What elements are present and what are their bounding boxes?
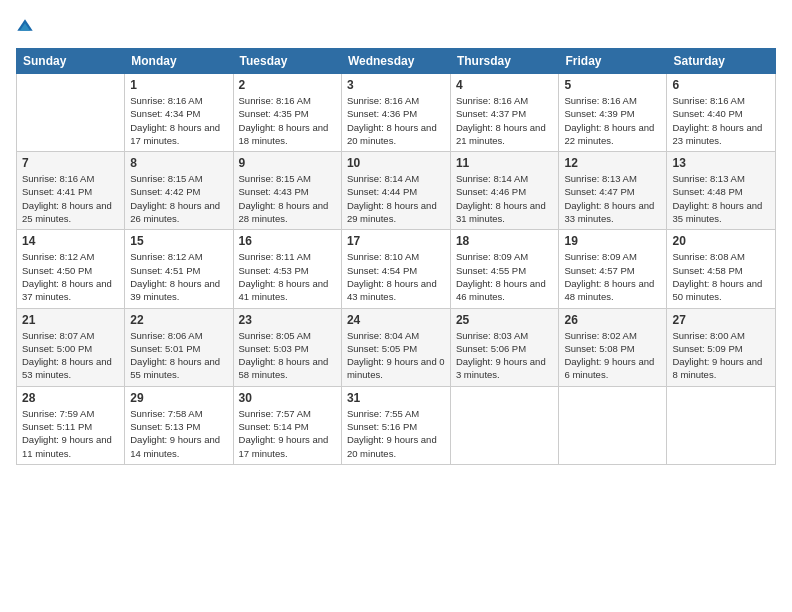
column-header-saturday: Saturday bbox=[667, 49, 776, 74]
calendar-cell bbox=[17, 74, 125, 152]
calendar-cell: 25Sunrise: 8:03 AMSunset: 5:06 PMDayligh… bbox=[450, 308, 559, 386]
day-info: Sunrise: 8:11 AMSunset: 4:53 PMDaylight:… bbox=[239, 250, 336, 303]
day-info: Sunrise: 8:16 AMSunset: 4:39 PMDaylight:… bbox=[564, 94, 661, 147]
day-info: Sunrise: 8:15 AMSunset: 4:43 PMDaylight:… bbox=[239, 172, 336, 225]
day-number: 20 bbox=[672, 234, 770, 248]
day-number: 28 bbox=[22, 391, 119, 405]
calendar-cell: 26Sunrise: 8:02 AMSunset: 5:08 PMDayligh… bbox=[559, 308, 667, 386]
calendar-cell: 22Sunrise: 8:06 AMSunset: 5:01 PMDayligh… bbox=[125, 308, 233, 386]
day-info: Sunrise: 7:55 AMSunset: 5:16 PMDaylight:… bbox=[347, 407, 445, 460]
day-number: 25 bbox=[456, 313, 554, 327]
column-header-wednesday: Wednesday bbox=[341, 49, 450, 74]
day-info: Sunrise: 8:14 AMSunset: 4:46 PMDaylight:… bbox=[456, 172, 554, 225]
calendar-cell: 2Sunrise: 8:16 AMSunset: 4:35 PMDaylight… bbox=[233, 74, 341, 152]
day-info: Sunrise: 8:16 AMSunset: 4:35 PMDaylight:… bbox=[239, 94, 336, 147]
calendar-cell: 6Sunrise: 8:16 AMSunset: 4:40 PMDaylight… bbox=[667, 74, 776, 152]
logo bbox=[16, 16, 38, 38]
day-info: Sunrise: 8:16 AMSunset: 4:41 PMDaylight:… bbox=[22, 172, 119, 225]
column-header-thursday: Thursday bbox=[450, 49, 559, 74]
day-info: Sunrise: 8:00 AMSunset: 5:09 PMDaylight:… bbox=[672, 329, 770, 382]
calendar-week-row: 21Sunrise: 8:07 AMSunset: 5:00 PMDayligh… bbox=[17, 308, 776, 386]
day-info: Sunrise: 8:05 AMSunset: 5:03 PMDaylight:… bbox=[239, 329, 336, 382]
calendar-cell: 1Sunrise: 8:16 AMSunset: 4:34 PMDaylight… bbox=[125, 74, 233, 152]
day-number: 8 bbox=[130, 156, 227, 170]
day-number: 15 bbox=[130, 234, 227, 248]
day-number: 27 bbox=[672, 313, 770, 327]
day-info: Sunrise: 8:13 AMSunset: 4:48 PMDaylight:… bbox=[672, 172, 770, 225]
header bbox=[16, 16, 776, 38]
day-info: Sunrise: 8:16 AMSunset: 4:37 PMDaylight:… bbox=[456, 94, 554, 147]
day-info: Sunrise: 8:08 AMSunset: 4:58 PMDaylight:… bbox=[672, 250, 770, 303]
day-info: Sunrise: 8:10 AMSunset: 4:54 PMDaylight:… bbox=[347, 250, 445, 303]
day-number: 18 bbox=[456, 234, 554, 248]
calendar-cell: 12Sunrise: 8:13 AMSunset: 4:47 PMDayligh… bbox=[559, 152, 667, 230]
day-number: 12 bbox=[564, 156, 661, 170]
day-number: 26 bbox=[564, 313, 661, 327]
day-info: Sunrise: 8:09 AMSunset: 4:57 PMDaylight:… bbox=[564, 250, 661, 303]
day-info: Sunrise: 8:15 AMSunset: 4:42 PMDaylight:… bbox=[130, 172, 227, 225]
day-number: 31 bbox=[347, 391, 445, 405]
calendar-cell: 10Sunrise: 8:14 AMSunset: 4:44 PMDayligh… bbox=[341, 152, 450, 230]
column-header-tuesday: Tuesday bbox=[233, 49, 341, 74]
day-info: Sunrise: 8:02 AMSunset: 5:08 PMDaylight:… bbox=[564, 329, 661, 382]
calendar-cell: 16Sunrise: 8:11 AMSunset: 4:53 PMDayligh… bbox=[233, 230, 341, 308]
calendar-week-row: 28Sunrise: 7:59 AMSunset: 5:11 PMDayligh… bbox=[17, 386, 776, 464]
calendar-week-row: 1Sunrise: 8:16 AMSunset: 4:34 PMDaylight… bbox=[17, 74, 776, 152]
day-number: 13 bbox=[672, 156, 770, 170]
calendar-cell: 8Sunrise: 8:15 AMSunset: 4:42 PMDaylight… bbox=[125, 152, 233, 230]
day-number: 30 bbox=[239, 391, 336, 405]
day-info: Sunrise: 8:16 AMSunset: 4:34 PMDaylight:… bbox=[130, 94, 227, 147]
calendar-cell: 15Sunrise: 8:12 AMSunset: 4:51 PMDayligh… bbox=[125, 230, 233, 308]
calendar-cell: 23Sunrise: 8:05 AMSunset: 5:03 PMDayligh… bbox=[233, 308, 341, 386]
column-header-monday: Monday bbox=[125, 49, 233, 74]
day-number: 29 bbox=[130, 391, 227, 405]
calendar-cell: 28Sunrise: 7:59 AMSunset: 5:11 PMDayligh… bbox=[17, 386, 125, 464]
day-number: 9 bbox=[239, 156, 336, 170]
calendar-cell: 7Sunrise: 8:16 AMSunset: 4:41 PMDaylight… bbox=[17, 152, 125, 230]
day-info: Sunrise: 8:06 AMSunset: 5:01 PMDaylight:… bbox=[130, 329, 227, 382]
day-number: 1 bbox=[130, 78, 227, 92]
day-info: Sunrise: 8:16 AMSunset: 4:36 PMDaylight:… bbox=[347, 94, 445, 147]
calendar-cell: 3Sunrise: 8:16 AMSunset: 4:36 PMDaylight… bbox=[341, 74, 450, 152]
day-info: Sunrise: 8:04 AMSunset: 5:05 PMDaylight:… bbox=[347, 329, 445, 382]
column-header-friday: Friday bbox=[559, 49, 667, 74]
day-number: 16 bbox=[239, 234, 336, 248]
day-info: Sunrise: 8:12 AMSunset: 4:51 PMDaylight:… bbox=[130, 250, 227, 303]
day-number: 3 bbox=[347, 78, 445, 92]
calendar-cell: 27Sunrise: 8:00 AMSunset: 5:09 PMDayligh… bbox=[667, 308, 776, 386]
calendar-week-row: 14Sunrise: 8:12 AMSunset: 4:50 PMDayligh… bbox=[17, 230, 776, 308]
calendar-table: SundayMondayTuesdayWednesdayThursdayFrid… bbox=[16, 48, 776, 465]
calendar-cell: 20Sunrise: 8:08 AMSunset: 4:58 PMDayligh… bbox=[667, 230, 776, 308]
day-info: Sunrise: 7:58 AMSunset: 5:13 PMDaylight:… bbox=[130, 407, 227, 460]
day-number: 10 bbox=[347, 156, 445, 170]
day-number: 21 bbox=[22, 313, 119, 327]
calendar-cell: 21Sunrise: 8:07 AMSunset: 5:00 PMDayligh… bbox=[17, 308, 125, 386]
day-number: 14 bbox=[22, 234, 119, 248]
day-info: Sunrise: 8:07 AMSunset: 5:00 PMDaylight:… bbox=[22, 329, 119, 382]
calendar-cell: 29Sunrise: 7:58 AMSunset: 5:13 PMDayligh… bbox=[125, 386, 233, 464]
page-container: SundayMondayTuesdayWednesdayThursdayFrid… bbox=[0, 0, 792, 475]
calendar-cell: 11Sunrise: 8:14 AMSunset: 4:46 PMDayligh… bbox=[450, 152, 559, 230]
calendar-cell: 19Sunrise: 8:09 AMSunset: 4:57 PMDayligh… bbox=[559, 230, 667, 308]
calendar-cell: 5Sunrise: 8:16 AMSunset: 4:39 PMDaylight… bbox=[559, 74, 667, 152]
day-number: 4 bbox=[456, 78, 554, 92]
day-info: Sunrise: 8:14 AMSunset: 4:44 PMDaylight:… bbox=[347, 172, 445, 225]
calendar-cell: 9Sunrise: 8:15 AMSunset: 4:43 PMDaylight… bbox=[233, 152, 341, 230]
calendar-cell: 17Sunrise: 8:10 AMSunset: 4:54 PMDayligh… bbox=[341, 230, 450, 308]
calendar-cell: 31Sunrise: 7:55 AMSunset: 5:16 PMDayligh… bbox=[341, 386, 450, 464]
day-number: 23 bbox=[239, 313, 336, 327]
day-number: 2 bbox=[239, 78, 336, 92]
column-header-sunday: Sunday bbox=[17, 49, 125, 74]
day-info: Sunrise: 8:12 AMSunset: 4:50 PMDaylight:… bbox=[22, 250, 119, 303]
calendar-cell bbox=[450, 386, 559, 464]
day-number: 7 bbox=[22, 156, 119, 170]
calendar-header-row: SundayMondayTuesdayWednesdayThursdayFrid… bbox=[17, 49, 776, 74]
day-info: Sunrise: 8:16 AMSunset: 4:40 PMDaylight:… bbox=[672, 94, 770, 147]
calendar-cell: 18Sunrise: 8:09 AMSunset: 4:55 PMDayligh… bbox=[450, 230, 559, 308]
day-number: 19 bbox=[564, 234, 661, 248]
day-number: 17 bbox=[347, 234, 445, 248]
day-number: 11 bbox=[456, 156, 554, 170]
calendar-cell bbox=[667, 386, 776, 464]
calendar-cell: 14Sunrise: 8:12 AMSunset: 4:50 PMDayligh… bbox=[17, 230, 125, 308]
day-number: 24 bbox=[347, 313, 445, 327]
